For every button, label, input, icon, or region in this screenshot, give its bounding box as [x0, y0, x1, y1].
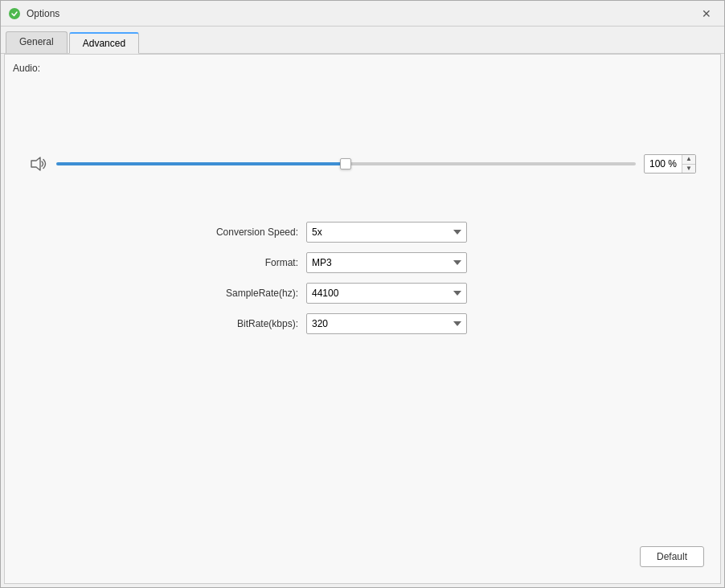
volume-value: 100 % — [645, 158, 682, 169]
format-label: Format: — [170, 257, 298, 268]
volume-spinner: ▲ ▼ — [682, 155, 695, 173]
volume-up-button[interactable]: ▲ — [682, 155, 695, 165]
volume-icon — [29, 154, 48, 174]
window-title: Options — [27, 8, 695, 19]
sample-rate-label: SampleRate(hz): — [170, 288, 298, 299]
tab-bar: General Advanced — [1, 27, 724, 54]
conversion-speed-row: Conversion Speed: 1x 2x 3x 4x 5x 6x 8x 1… — [170, 222, 555, 243]
tab-general[interactable]: General — [6, 31, 68, 53]
audio-section-label: Audio: — [13, 63, 712, 74]
content-area: Audio: 100 % ▲ ▼ — [4, 54, 721, 584]
close-button[interactable]: ✕ — [695, 2, 718, 25]
format-select[interactable]: MP3 AAC OGG WAV FLAC — [306, 252, 467, 273]
volume-down-button[interactable]: ▼ — [682, 165, 695, 174]
tab-advanced[interactable]: Advanced — [69, 32, 139, 54]
button-row: Default — [640, 546, 704, 567]
svg-point-0 — [9, 8, 20, 19]
bit-rate-label: BitRate(kbps): — [170, 318, 298, 329]
volume-percent-display: 100 % ▲ ▼ — [644, 154, 696, 174]
default-button[interactable]: Default — [640, 546, 704, 567]
volume-row: 100 % ▲ ▼ — [29, 154, 696, 174]
conversion-speed-label: Conversion Speed: — [170, 227, 298, 238]
app-icon — [7, 6, 22, 21]
volume-slider[interactable] — [56, 162, 636, 165]
conversion-speed-select[interactable]: 1x 2x 3x 4x 5x 6x 8x 10x — [306, 222, 467, 243]
volume-slider-container — [56, 156, 636, 172]
bit-rate-row: BitRate(kbps): 32 64 96 128 192 256 320 — [170, 313, 555, 334]
options-window: Options ✕ General Advanced Audio: 100 % — [0, 0, 725, 588]
svg-marker-1 — [31, 157, 40, 170]
form-section: Conversion Speed: 1x 2x 3x 4x 5x 6x 8x 1… — [13, 222, 712, 334]
sample-rate-row: SampleRate(hz): 8000 11025 16000 22050 3… — [170, 283, 555, 304]
title-bar: Options ✕ — [1, 1, 724, 27]
bit-rate-select[interactable]: 32 64 96 128 192 256 320 — [306, 313, 467, 334]
format-row: Format: MP3 AAC OGG WAV FLAC — [170, 252, 555, 273]
sample-rate-select[interactable]: 8000 11025 16000 22050 32000 44100 48000 — [306, 283, 467, 304]
